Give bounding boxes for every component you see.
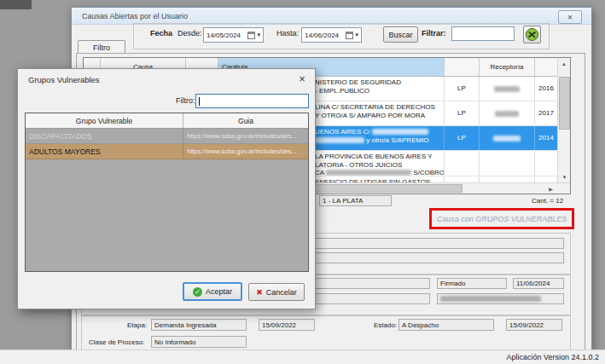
- filtrar-label: Filtrar:: [422, 29, 446, 38]
- desde-label: Desde:: [177, 29, 202, 38]
- close-icon: ×: [567, 12, 573, 22]
- departamental-field: 1 - LA PLATA: [319, 195, 392, 206]
- dialog-filtro-label: Filtro:: [176, 96, 195, 105]
- anio-cell: 2014: [535, 126, 557, 150]
- redacted-text: [440, 296, 541, 302]
- hasta-label: Hasta:: [276, 29, 299, 38]
- scroll-up-icon[interactable]: ▲: [558, 58, 570, 69]
- header-guia[interactable]: Guia: [183, 113, 308, 128]
- etapa-field: Demanda Ingresada: [151, 319, 247, 331]
- fecha-label: Fecha: [150, 29, 172, 38]
- etapa-value: Demanda Ingresada: [154, 321, 217, 329]
- desktop: Causas Abiertas por el Usuario × Fecha D…: [0, 0, 605, 364]
- scroll-right-icon[interactable]: ▶: [545, 183, 556, 194]
- cancelar-button[interactable]: ✖ Cancelar: [248, 283, 305, 301]
- grupo-cell: ADULTOS MAYORES: [26, 144, 183, 159]
- firmado-fecha-field: 11/06/2024: [513, 278, 564, 289]
- redacted-text: [326, 170, 411, 176]
- vscroll-thumb[interactable]: [559, 77, 570, 130]
- receptoria-cell-redacted: [480, 101, 535, 125]
- guia-cell[interactable]: https://www.scba.gov.ar/includes/des...: [183, 144, 308, 159]
- main-window-title: Causas Abiertas por el Usuario: [82, 12, 188, 20]
- etapa-label: Etapa:: [127, 321, 147, 329]
- status-bar: Aplicación Version 24.1.0.2: [0, 350, 605, 364]
- main-close-button[interactable]: ×: [558, 10, 582, 24]
- cancel-icon: ✖: [256, 288, 263, 297]
- estado-value: A Despacho: [402, 321, 439, 329]
- buscar-button[interactable]: Buscar: [383, 26, 418, 43]
- grupos-table-header: Grupo Vulnerable Guia: [26, 113, 308, 129]
- dialog-close-button[interactable]: ×: [296, 72, 308, 84]
- organismo-cell: LP: [445, 126, 480, 150]
- aceptar-button[interactable]: ✓ Aceptar: [183, 282, 242, 301]
- grupo-row-discapacitados[interactable]: DISCAPACITADOS https://www.scba.gov.ar/i…: [26, 129, 308, 144]
- header-receptoria[interactable]: Receptoría: [480, 58, 535, 76]
- fecha-desde-datepicker[interactable]: 14/05/2024 ▾: [203, 27, 264, 43]
- firmado-fecha-value: 11/06/2024: [516, 280, 550, 287]
- firmado-value: Firmado: [440, 280, 465, 287]
- organismo-cell: LP: [445, 101, 480, 125]
- calendar-icon: [247, 32, 255, 39]
- cancelar-label: Cancelar: [266, 288, 297, 297]
- dialog-filtro-input[interactable]: [195, 94, 309, 108]
- buscar-label: Buscar: [388, 31, 412, 39]
- estado-fecha-field: 15/09/2022: [506, 319, 562, 331]
- aceptar-label: Aceptar: [206, 287, 232, 296]
- anio-cell: 2016: [535, 77, 557, 101]
- grupos-table[interactable]: Grupo Vulnerable Guia DISCAPACITADOS htt…: [25, 113, 309, 272]
- header-anio[interactable]: [535, 58, 557, 76]
- header-organismo[interactable]: [445, 58, 480, 76]
- close-icon: ×: [299, 72, 305, 85]
- filtrar-input[interactable]: [451, 26, 515, 41]
- background-window-fragment: [0, 0, 32, 9]
- count-label: Cant. = 12: [532, 197, 563, 205]
- receptoria-cell-redacted: [480, 77, 535, 101]
- scroll-down-icon[interactable]: ▼: [558, 171, 571, 182]
- text-cursor: [199, 97, 200, 106]
- calendar-icon: [346, 32, 353, 39]
- check-icon: ✓: [193, 287, 202, 297]
- estado-fecha-value: 15/09/2022: [509, 321, 544, 329]
- clear-filter-button[interactable]: [523, 26, 541, 43]
- app-version-label: Aplicación Version 24.1.0.2: [506, 353, 599, 361]
- grupos-vulnerables-dialog: Grupos Vulnerables × Filtro: Grupo Vulne…: [17, 68, 316, 309]
- header-grupo-vulnerable[interactable]: Grupo Vulnerable: [26, 113, 183, 128]
- redacted-text: [372, 129, 428, 135]
- departamental-value: 1 - LA PLATA: [323, 197, 363, 205]
- estado-field: A Despacho: [398, 319, 494, 331]
- clase-proceso-field: No Informado: [151, 336, 247, 348]
- redacted-text: [315, 137, 364, 143]
- hasta-value: 14/06/2024: [305, 32, 339, 39]
- vertical-scrollbar[interactable]: ▲ ▼: [557, 58, 570, 182]
- chevron-down-icon[interactable]: ▾: [355, 32, 358, 38]
- chevron-down-icon[interactable]: ▾: [257, 32, 260, 38]
- dialog-title: Grupos Vulnerables: [28, 75, 100, 84]
- main-window-titlebar[interactable]: Causas Abiertas por el Usuario: [72, 8, 591, 25]
- estado-label: Estado:: [374, 321, 397, 329]
- vulnerable-alert-text: Causa con GRUPOS VULNERABLES: [437, 215, 567, 223]
- firmado-estado-field: Firmado: [437, 278, 507, 289]
- etapa-fecha-value: 15/09/2022: [262, 321, 296, 329]
- clase-proceso-value: No Informado: [154, 338, 195, 346]
- organismo-cell: LP: [445, 77, 480, 101]
- etapa-fecha-field: 15/09/2022: [259, 319, 315, 331]
- vulnerable-alert-box: Causa con GRUPOS VULNERABLES: [429, 208, 574, 229]
- anio-cell: 2017: [535, 101, 557, 125]
- grupo-row-adultos-mayores[interactable]: ADULTOS MAYORES https://www.scba.gov.ar/…: [26, 144, 308, 159]
- fecha-hasta-datepicker[interactable]: 14/06/2024 ▾: [301, 27, 362, 43]
- clase-proceso-label: Clase de Proceso:: [89, 338, 144, 346]
- guia-cell[interactable]: https://www.scba.gov.ar/includes/des...: [183, 129, 308, 143]
- firmante-field-redacted: [437, 293, 564, 304]
- grupo-cell: DISCAPACITADOS: [26, 129, 183, 143]
- green-globe-icon: [526, 28, 538, 41]
- tab-filtro-label: Filtro: [93, 43, 110, 52]
- receptoria-cell-redacted: [480, 126, 535, 150]
- desde-value: 14/05/2024: [207, 32, 241, 39]
